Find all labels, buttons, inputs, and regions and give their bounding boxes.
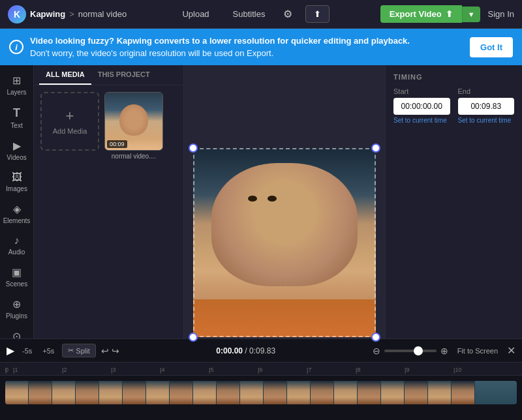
- notification-line1: Video looking fuzzy? Kapwing converts to…: [30, 36, 410, 46]
- header: K Kapwing > normal video Upload Subtitle…: [0, 0, 522, 29]
- film-cell-19: [428, 381, 452, 404]
- time-sep: /: [245, 346, 249, 355]
- fit-to-screen-button[interactable]: Fit to Screen: [453, 346, 502, 356]
- start-input[interactable]: [393, 98, 450, 115]
- video-frame: [193, 148, 376, 337]
- sidebar-item-plugins[interactable]: ⊕ Plugins: [2, 294, 32, 323]
- ruler-mark-10: :10: [453, 367, 502, 373]
- sidebar-item-videos[interactable]: ▶ Videos: [2, 136, 32, 165]
- zoom-controls: ⊖ ⊕: [373, 346, 448, 356]
- resize-handle-br[interactable]: [371, 333, 380, 342]
- film-cell-20: [452, 381, 475, 404]
- images-icon: 🖼: [12, 172, 22, 183]
- sidebar-item-layers[interactable]: ⊞ Layers: [2, 70, 32, 100]
- subtitles-button[interactable]: Subtitles: [228, 7, 271, 22]
- film-cell-14: [311, 381, 334, 404]
- close-timeline-button[interactable]: ✕: [507, 344, 515, 357]
- zoom-out-button[interactable]: ⊖: [373, 346, 380, 356]
- split-label: Split: [76, 347, 89, 355]
- share-button[interactable]: ⬆: [305, 5, 330, 23]
- settings-button[interactable]: ⚙: [283, 8, 292, 20]
- film-cell-9: [193, 381, 217, 404]
- project-name: normal video: [78, 9, 127, 19]
- undo-redo-group: ↩ ↪: [101, 346, 119, 356]
- sidebar-item-text[interactable]: T Text: [2, 102, 32, 133]
- export-dropdown-button[interactable]: ▼: [462, 7, 480, 22]
- scissors-icon: ✂: [68, 346, 74, 355]
- timeline-area: ▶ -5s +5s ✂ Split ↩ ↪ 0:00.00 / 0:09.83 …: [0, 338, 522, 420]
- export-button[interactable]: Export Video ⬆: [380, 5, 462, 23]
- add-media-button[interactable]: + Add Media: [40, 92, 99, 151]
- film-cell-16: [358, 381, 381, 404]
- notification-line2: Don't worry, the video's original resolu…: [30, 48, 273, 58]
- resize-handle-tl[interactable]: [189, 143, 198, 153]
- resize-handle-bl[interactable]: [189, 333, 198, 342]
- set-start-link[interactable]: Set to current time: [393, 117, 450, 124]
- ruler-mark-2: :2: [62, 367, 111, 373]
- zoom-in-button[interactable]: ⊕: [440, 346, 448, 356]
- ruler-mark-4: :4: [160, 367, 209, 373]
- film-cell-15: [334, 381, 358, 404]
- end-input[interactable]: [458, 98, 515, 115]
- zoom-slider[interactable]: [384, 350, 437, 352]
- sidebar-label-scenes: Scenes: [6, 280, 27, 288]
- timing-end-col: End Set to current time: [458, 87, 515, 124]
- video-duration-badge: 00:09: [107, 140, 127, 148]
- ruler-mark-5: :5: [209, 367, 258, 373]
- start-label: Start: [393, 87, 450, 95]
- media-tabs: ALL MEDIA THIS PROJECT: [34, 65, 183, 85]
- notification-text: Video looking fuzzy? Kapwing converts to…: [30, 35, 463, 60]
- split-button[interactable]: ✂ Split: [62, 344, 95, 357]
- add-media-item: + Add Media: [40, 92, 99, 160]
- sidebar-item-images[interactable]: 🖼 Images: [2, 168, 32, 196]
- sidebar-item-scenes[interactable]: ▣ Scenes: [2, 262, 32, 292]
- play-button[interactable]: ▶: [7, 344, 14, 357]
- scenes-icon: ▣: [12, 266, 22, 278]
- got-it-button[interactable]: Got It: [470, 37, 513, 57]
- timing-start-col: Start Set to current time: [393, 87, 450, 124]
- set-end-link[interactable]: Set to current time: [458, 117, 515, 124]
- signin-button[interactable]: Sign In: [488, 9, 514, 19]
- plugins-icon: ⊕: [12, 298, 21, 310]
- film-cell-3: [52, 381, 76, 404]
- video-clothing: [193, 299, 376, 337]
- ruler-mark-3: :3: [111, 367, 160, 373]
- film-cell-4: [76, 381, 99, 404]
- ruler-mark-9: :9: [405, 367, 453, 373]
- tab-this-project[interactable]: THIS PROJECT: [91, 65, 157, 85]
- add-media-label: Add Media: [53, 127, 87, 135]
- video-preview[interactable]: [193, 148, 376, 337]
- video-name-label: normal video....: [112, 153, 156, 160]
- timeline-ruler: 0 :1 :2 :3 :4 :5 :6 :7 :8 :9 :10: [0, 363, 522, 376]
- skip-back-button[interactable]: -5s: [20, 346, 35, 356]
- info-icon: i: [9, 40, 23, 54]
- film-cell-17: [381, 381, 405, 404]
- film-cell-10: [217, 381, 240, 404]
- current-time: 0:00.00: [216, 346, 243, 355]
- sidebar-item-audio[interactable]: ♪ Audio: [2, 231, 32, 260]
- canvas-container: ↻: [193, 148, 376, 337]
- sidebar-label-images: Images: [6, 185, 27, 192]
- redo-button[interactable]: ↪: [112, 346, 119, 356]
- sidebar-label-plugins: Plugins: [6, 312, 27, 320]
- film-cell-1: [5, 381, 29, 404]
- timeline-controls: ▶ -5s +5s ✂ Split ↩ ↪ 0:00.00 / 0:09.83 …: [0, 339, 522, 363]
- text-icon: T: [13, 106, 20, 120]
- video-thumbnail[interactable]: 00:09: [104, 92, 163, 151]
- film-cell-6: [123, 381, 146, 404]
- timeline-track[interactable]: [0, 376, 522, 408]
- end-label: End: [458, 87, 515, 95]
- film-cell-11: [240, 381, 264, 404]
- share-icon: ⬆: [314, 9, 321, 19]
- resize-handle-tr[interactable]: [371, 143, 380, 153]
- breadcrumb: Kapwing > normal video: [30, 9, 127, 19]
- tab-all-media[interactable]: ALL MEDIA: [39, 65, 91, 85]
- skip-fwd-button[interactable]: +5s: [40, 346, 57, 356]
- time-display: 0:00.00 / 0:09.83: [125, 346, 367, 355]
- timing-header: TIMING: [393, 73, 514, 81]
- upload-button[interactable]: Upload: [177, 7, 214, 22]
- film-cell-2: [29, 381, 52, 404]
- sidebar-item-elements[interactable]: ◈ Elements: [2, 199, 32, 228]
- undo-button[interactable]: ↩: [101, 346, 109, 356]
- sidebar-label-layers: Layers: [7, 89, 26, 96]
